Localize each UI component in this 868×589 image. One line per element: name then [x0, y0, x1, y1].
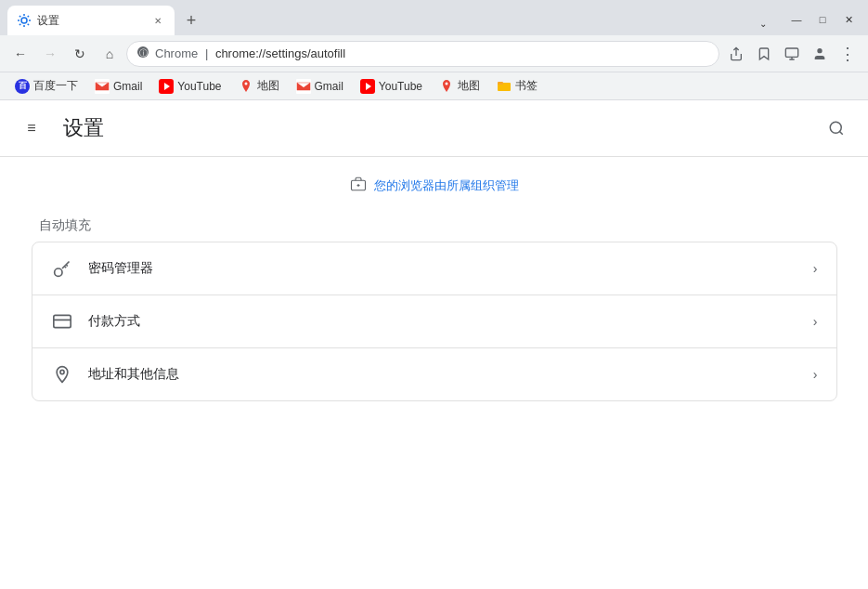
location-icon	[51, 363, 73, 386]
bookmarks-bar: 百 百度一下 Gmail YouTube	[0, 72, 868, 100]
gmail2-favicon	[296, 79, 311, 94]
navigation-bar: ← → ↻ ⌂ ⓘ Chrome | chrome://settings/aut…	[0, 35, 868, 72]
autofill-card: 密码管理器 › 付款方式 ›	[32, 242, 837, 401]
bookmark-folder[interactable]: 书签	[489, 75, 545, 97]
security-icon: ⓘ	[136, 46, 149, 61]
tab-search-button[interactable]	[779, 41, 805, 67]
tab-close-button[interactable]: ✕	[150, 13, 165, 28]
bookmark-maps1-label: 地图	[257, 78, 279, 94]
autofill-section-label: 自动填充	[17, 217, 852, 234]
active-tab[interactable]: 设置 ✕	[7, 6, 175, 35]
tab-favicon	[17, 13, 32, 28]
address-path: chrome://settings/autofill	[215, 46, 345, 60]
share-button[interactable]	[723, 41, 749, 67]
baidu-favicon: 百	[15, 79, 30, 94]
tab-strip: 设置 ✕ +	[0, 6, 753, 35]
bookmark-youtube2[interactable]: YouTube	[353, 76, 430, 97]
window-controls: — □ ✕	[777, 11, 868, 35]
title-bar: 设置 ✕ + ⌄ — □ ✕	[0, 0, 868, 35]
svg-point-20	[54, 268, 61, 276]
svg-point-0	[21, 18, 27, 23]
bookmark-maps1[interactable]: 地图	[231, 75, 287, 97]
maps1-favicon	[239, 79, 253, 94]
gmail1-favicon	[95, 79, 110, 94]
svg-point-8	[244, 82, 247, 85]
address-text: Chrome | chrome://settings/autofill	[155, 46, 709, 60]
tab-strip-chevron[interactable]: ⌄	[753, 19, 777, 35]
bookmark-maps2[interactable]: 地图	[432, 75, 487, 97]
payment-item[interactable]: 付款方式 ›	[32, 295, 836, 348]
svg-rect-21	[53, 315, 70, 327]
address-chrome-label: Chrome	[155, 46, 198, 60]
bookmark-baidu-label: 百度一下	[33, 78, 78, 94]
password-manager-item[interactable]: 密码管理器 ›	[32, 242, 836, 295]
org-notice: 您的浏览器由所属组织管理	[17, 176, 852, 195]
hamburger-button[interactable]: ≡	[15, 111, 48, 145]
forward-button[interactable]: →	[37, 41, 63, 67]
address-item[interactable]: 地址和其他信息 ›	[32, 348, 836, 400]
bookmark-gmail1-label: Gmail	[113, 80, 142, 93]
svg-rect-15	[498, 82, 503, 85]
page-title: 设置	[63, 114, 805, 142]
bookmark-baidu[interactable]: 百 百度一下	[7, 75, 85, 97]
new-tab-button[interactable]: +	[178, 7, 204, 33]
bookmark-maps2-label: 地图	[458, 78, 480, 94]
bookmark-folder-favicon	[497, 79, 512, 94]
minimize-button[interactable]: —	[784, 11, 809, 28]
search-button[interactable]	[820, 111, 853, 145]
key-icon	[51, 257, 73, 280]
org-icon	[350, 176, 367, 195]
tab-title: 设置	[37, 13, 145, 29]
svg-text:ⓘ: ⓘ	[139, 48, 148, 58]
menu-button[interactable]: ⋮	[835, 41, 861, 67]
settings-header: ≡ 设置	[0, 100, 868, 157]
org-notice-link[interactable]: 您的浏览器由所属组织管理	[374, 177, 519, 194]
youtube2-favicon	[360, 79, 375, 94]
password-manager-label: 密码管理器	[88, 260, 798, 277]
bookmark-youtube2-label: YouTube	[379, 80, 422, 93]
card-icon	[51, 310, 73, 333]
bookmark-youtube1-label: YouTube	[177, 80, 221, 93]
bookmark-gmail2-label: Gmail	[315, 80, 343, 93]
settings-body: 您的浏览器由所属组织管理 自动填充 密码管理器 ›	[17, 157, 852, 420]
payment-label: 付款方式	[88, 313, 798, 330]
address-arrow: ›	[813, 367, 818, 382]
svg-rect-3	[785, 48, 797, 57]
svg-point-23	[59, 370, 63, 373]
back-button[interactable]: ←	[7, 41, 33, 67]
youtube1-favicon	[159, 79, 174, 94]
bookmark-folder-label: 书签	[515, 78, 538, 94]
close-button[interactable]: ✕	[836, 11, 861, 28]
bookmark-gmail1[interactable]: Gmail	[87, 76, 149, 97]
nav-actions: ⋮	[723, 41, 861, 67]
address-separator: |	[205, 46, 208, 60]
home-button[interactable]: ⌂	[97, 41, 123, 67]
reload-button[interactable]: ↻	[67, 41, 93, 67]
profile-button[interactable]	[807, 41, 833, 67]
payment-arrow: ›	[813, 314, 818, 329]
address-bar[interactable]: ⓘ Chrome | chrome://settings/autofill	[126, 41, 719, 67]
svg-point-16	[830, 122, 841, 133]
bookmark-gmail2[interactable]: Gmail	[289, 76, 351, 97]
address-label: 地址和其他信息	[88, 366, 798, 383]
maps2-favicon	[439, 79, 454, 94]
bookmark-youtube1[interactable]: YouTube	[151, 76, 228, 97]
browser-content: ≡ 设置 您的浏览器由所属组织管理 自动填充	[0, 100, 868, 589]
bookmark-button[interactable]	[751, 41, 777, 67]
password-manager-arrow: ›	[813, 261, 818, 276]
svg-point-13	[446, 82, 448, 85]
maximize-button[interactable]: □	[810, 11, 835, 28]
